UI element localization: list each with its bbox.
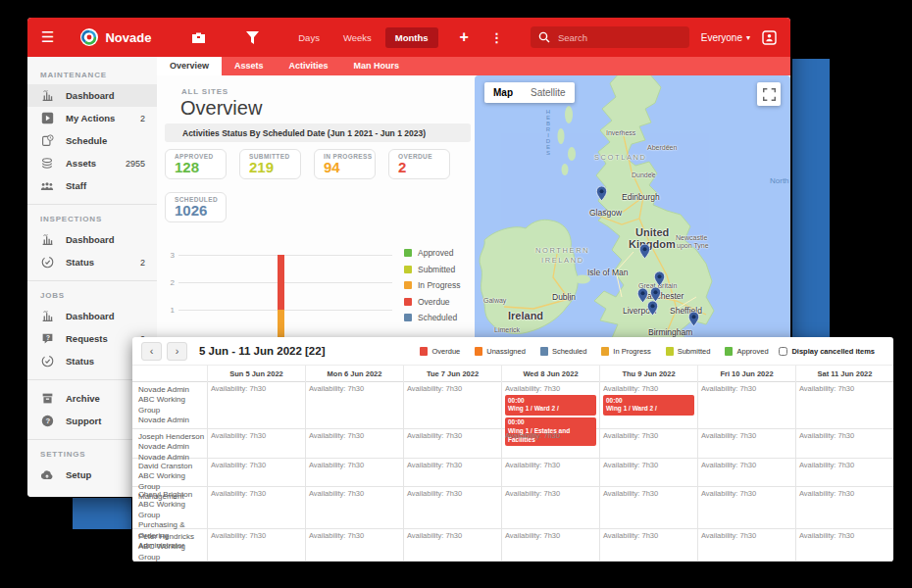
- map-label-dundee: Dundee: [632, 172, 656, 178]
- map-label-dublin: Dublin: [552, 292, 576, 302]
- status-card-in-progress[interactable]: IN PROGRESS94: [314, 149, 376, 179]
- staff-column-header: [132, 366, 207, 382]
- schedule-row: Novade AdminABC Working GroupNovade Admi…: [132, 382, 893, 429]
- bar-segment-overdue[interactable]: [278, 255, 284, 310]
- legend-swatch: [540, 347, 548, 356]
- tab-assets[interactable]: Assets: [222, 57, 277, 75]
- status-card-value: 2: [398, 160, 449, 176]
- schedule-event[interactable]: 00:00Wing 1 / Ward 2 /: [505, 395, 596, 416]
- y-tick-3: 3: [165, 251, 175, 260]
- menu-icon[interactable]: ☰: [41, 28, 55, 46]
- availability-label: Availability: 7h30: [701, 489, 792, 498]
- day-column-header: Wed 8 Jun 2022: [501, 366, 599, 382]
- display-cancelled-checkbox[interactable]: [779, 347, 787, 356]
- tab-activities[interactable]: Activities: [277, 57, 341, 75]
- legend-label: Overdue: [418, 297, 450, 307]
- status-card-approved[interactable]: APPROVED128: [165, 149, 227, 179]
- availability-label: Availability: 7h30: [211, 489, 302, 498]
- schedule-day-cell[interactable]: Availability: 7h30: [207, 529, 305, 562]
- account-badge-icon[interactable]: [762, 29, 777, 45]
- map-pin[interactable]: [654, 271, 665, 286]
- scope-dropdown[interactable]: Everyone ▾: [701, 32, 750, 43]
- map-toggle-map[interactable]: Map: [484, 82, 522, 103]
- availability-label: Availability: 7h30: [603, 461, 694, 469]
- view-button-weeks[interactable]: Weeks: [333, 27, 381, 48]
- sidebar-item-status[interactable]: Status2: [27, 251, 157, 273]
- filter-icon[interactable]: [245, 29, 259, 45]
- map-pin[interactable]: [639, 244, 650, 259]
- view-toggle: DaysWeeksMonths: [288, 27, 437, 48]
- map-label-northern: NORTHERN: [535, 246, 589, 255]
- staff-name-line: Cheryl Brighton: [138, 490, 205, 500]
- next-week-button[interactable]: ›: [167, 342, 187, 361]
- more-options-icon[interactable]: ⋮: [490, 30, 503, 45]
- sidebar-item-schedule[interactable]: Schedule: [27, 129, 157, 152]
- availability-label: Availability: 7h30: [603, 489, 694, 498]
- schedule-day-cell[interactable]: Availability: 7h30: [403, 529, 501, 562]
- availability-label: Availability: 7h30: [309, 384, 400, 393]
- chevron-down-icon: ▾: [746, 33, 750, 42]
- tab-man-hours[interactable]: Man Hours: [341, 57, 413, 75]
- availability-label: Availability: 7h30: [211, 461, 302, 469]
- schedule-day-cell[interactable]: Availability: 7h30: [599, 529, 697, 562]
- search-box[interactable]: [531, 26, 689, 48]
- day-column-header: Mon 6 Jun 2022: [305, 366, 403, 382]
- schedule-day-cell[interactable]: Availability: 7h30: [501, 529, 599, 562]
- map-pin[interactable]: [596, 186, 607, 201]
- sidebar-item-assets[interactable]: Assets2955: [27, 152, 157, 174]
- search-input[interactable]: [556, 31, 678, 44]
- bar-segment-in-progress[interactable]: [278, 310, 284, 338]
- schedule-legend-item-unassigned: Unassigned: [475, 347, 526, 356]
- y-tick-2: 2: [165, 278, 175, 287]
- sites-icon[interactable]: [191, 29, 206, 45]
- assets-icon: [40, 157, 54, 171]
- status-card-value: 219: [249, 160, 300, 176]
- fullscreen-button[interactable]: [757, 82, 781, 106]
- legend-swatch: [404, 249, 412, 257]
- day-column-header: Sun 5 Jun 2022: [207, 366, 305, 382]
- schedule-day-cell[interactable]: Availability: 7h30: [305, 529, 403, 562]
- schedule-day-cell[interactable]: Availability: 7h30: [697, 529, 795, 562]
- status-cards: APPROVED128SUBMITTED219IN PROGRESS94OVER…: [165, 149, 471, 222]
- sidebar-item-dashboard[interactable]: Dashboard: [27, 305, 157, 327]
- status-card-value: 128: [175, 160, 226, 176]
- map-pin[interactable]: [688, 312, 699, 326]
- sidebar-item-count: 2955: [126, 159, 145, 169]
- legend-swatch: [475, 347, 482, 356]
- map-pin[interactable]: [647, 301, 658, 316]
- staff-name-line: Novade Admin: [138, 416, 205, 425]
- status-card-scheduled[interactable]: SCHEDULED1026: [165, 192, 227, 222]
- map-pin[interactable]: [650, 287, 661, 302]
- map-label-kingdom: Kingdom: [629, 238, 676, 250]
- brand-name: Novade: [105, 30, 151, 45]
- availability-label: Availability: 7h30: [603, 384, 694, 393]
- sidebar-item-label: Support: [66, 416, 101, 426]
- view-button-days[interactable]: Days: [288, 27, 329, 48]
- add-button[interactable]: +: [460, 28, 469, 46]
- tab-overview[interactable]: Overview: [157, 57, 222, 75]
- schedule-header-row: Sun 5 Jun 2022Mon 6 Jun 2022Tue 7 Jun 20…: [132, 366, 893, 382]
- status-card-overdue[interactable]: OVERDUE2: [388, 149, 450, 179]
- view-button-months[interactable]: Months: [385, 27, 438, 48]
- sidebar-item-dashboard[interactable]: Dashboard: [27, 228, 157, 251]
- legend-swatch: [601, 347, 609, 356]
- availability-label: Availability: 7h30: [505, 489, 596, 498]
- setup-icon: [40, 468, 54, 482]
- status-card-submitted[interactable]: SUBMITTED219: [239, 149, 301, 179]
- schedule-legend: OverdueUnassignedScheduledIn ProgressSub…: [420, 347, 768, 356]
- sidebar-item-dashboard[interactable]: Dashboard: [27, 84, 157, 107]
- sidebar-item-staff[interactable]: Staff: [27, 174, 157, 197]
- previous-week-button[interactable]: ‹: [141, 342, 162, 361]
- section-title: Activities Status By Scheduled Date (Jun…: [165, 123, 471, 142]
- sidebar-item-label: Dashboard: [66, 311, 115, 321]
- sidebar-section-inspections: INSPECTIONS: [40, 215, 157, 223]
- staff-name-cell: Peter HendricksABC Working GroupManageme…: [132, 529, 207, 562]
- availability-label: Availability: 7h30: [603, 431, 694, 440]
- schedule-event[interactable]: 00:00Wing 1 / Ward 2 /: [603, 395, 694, 416]
- sidebar-item-my-actions[interactable]: My Actions2: [27, 107, 157, 129]
- schedule-grid: Sun 5 Jun 2022Mon 6 Jun 2022Tue 7 Jun 20…: [132, 365, 893, 562]
- schedule-day-cell[interactable]: Availability: 7h30: [795, 529, 893, 562]
- legend-swatch: [666, 347, 674, 356]
- staff-name-line: Peter Hendricks: [138, 532, 205, 542]
- map-toggle-satellite[interactable]: Satellite: [522, 82, 575, 103]
